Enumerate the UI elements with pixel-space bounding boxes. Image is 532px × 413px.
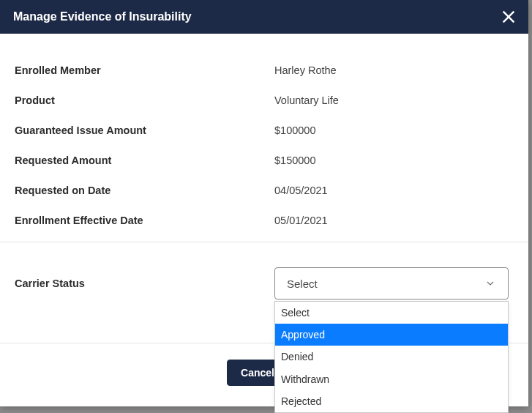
carrier-status-dropdown: Select Approved Denied Withdrawn Rejecte… xyxy=(274,301,509,413)
eoi-modal: Manage Evidence of Insurability Enrolled… xyxy=(0,0,528,406)
value-requested-on-date: 04/05/2021 xyxy=(274,185,514,196)
row-product: Product Voluntary Life xyxy=(15,86,514,116)
value-guaranteed-issue-amount: $100000 xyxy=(274,124,514,136)
row-carrier-status: Carrier Status Select Select Approved De… xyxy=(15,258,514,299)
modal-body: Enrolled Member Harley Rothe Product Vol… xyxy=(0,34,528,343)
label-enrollment-effective-date: Enrollment Effective Date xyxy=(15,215,274,226)
row-requested-amount: Requested Amount $150000 xyxy=(15,146,514,176)
label-requested-on-date: Requested on Date xyxy=(15,185,274,196)
carrier-status-selected-text: Select xyxy=(287,278,318,290)
label-product: Product xyxy=(15,94,274,106)
modal-header: Manage Evidence of Insurability xyxy=(0,0,528,34)
value-requested-amount: $150000 xyxy=(274,155,514,166)
value-product: Voluntary Life xyxy=(274,94,514,106)
chevron-down-icon xyxy=(484,278,496,289)
modal-title: Manage Evidence of Insurability xyxy=(13,10,192,23)
carrier-status-option-denied[interactable]: Denied xyxy=(275,346,508,368)
label-guaranteed-issue-amount: Guaranteed Issue Amount xyxy=(15,124,274,136)
label-requested-amount: Requested Amount xyxy=(15,155,274,166)
row-enrollment-effective-date: Enrollment Effective Date 05/01/2021 xyxy=(15,206,514,236)
row-enrolled-member: Enrolled Member Harley Rothe xyxy=(15,56,514,86)
close-icon xyxy=(501,9,517,25)
label-enrolled-member: Enrolled Member xyxy=(15,64,274,76)
label-carrier-status: Carrier Status xyxy=(15,278,274,289)
value-enrollment-effective-date: 05/01/2021 xyxy=(274,215,514,226)
carrier-status-option-approved[interactable]: Approved xyxy=(275,324,508,346)
close-button[interactable] xyxy=(499,7,518,26)
value-enrolled-member: Harley Rothe xyxy=(274,64,514,76)
carrier-status-select-wrap: Select Select Approved Denied Withdrawn … xyxy=(274,267,509,299)
row-requested-on-date: Requested on Date 04/05/2021 xyxy=(15,176,514,206)
carrier-status-option-withdrawn[interactable]: Withdrawn xyxy=(275,368,508,390)
section-divider xyxy=(0,242,528,242)
carrier-status-select[interactable]: Select xyxy=(274,267,509,299)
row-guaranteed-issue-amount: Guaranteed Issue Amount $100000 xyxy=(15,116,514,146)
carrier-status-option-select[interactable]: Select xyxy=(275,302,508,324)
carrier-status-option-rejected[interactable]: Rejected xyxy=(275,390,508,412)
